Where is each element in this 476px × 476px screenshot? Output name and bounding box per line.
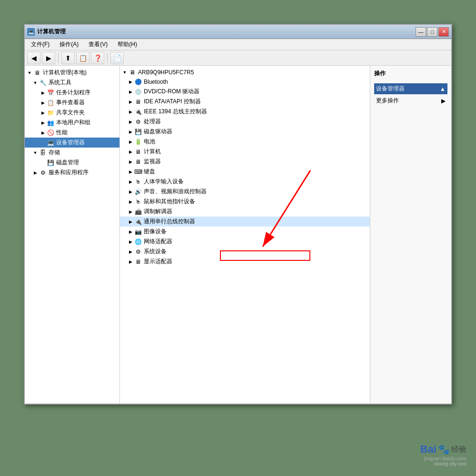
center-keyboard[interactable]: ▶ ⌨ 键盘 [120, 167, 370, 177]
menu-file[interactable]: 文件(F) [27, 40, 53, 50]
disk-label: 磁盘管理 [56, 159, 79, 167]
left-local-users[interactable]: ▶ 👥 本地用户和组 [25, 118, 119, 128]
expand-shared-icon: ▶ [40, 110, 46, 116]
center-audio[interactable]: ▶ 🔊 声音、视频和游戏控制器 [120, 187, 370, 197]
maximize-button[interactable]: □ [427, 27, 437, 37]
hid-label: 人体学输入设备 [144, 178, 184, 186]
center-ieee[interactable]: ▶ 🔌 IEEE 1394 总线主控制器 [120, 107, 370, 117]
modem-icon: 📠 [134, 208, 142, 216]
watermark-city: xinong city.com [434, 461, 466, 466]
close-button[interactable]: ✕ [438, 27, 449, 37]
center-ide[interactable]: ▶ 🖥 IDE ATA/ATAPI 控制器 [120, 97, 370, 107]
cpu-icon: ⚙ [134, 118, 142, 126]
left-shared-folders[interactable]: ▶ 📁 共享文件夹 [25, 108, 119, 118]
expand-display-icon: ▶ [128, 259, 133, 265]
expand-keyboard-icon: ▶ [128, 169, 133, 175]
expand-disk-icon [40, 160, 46, 166]
display-icon: 🖥 [134, 258, 142, 266]
baidu-text: Bai [420, 443, 436, 456]
monitor-label: 监视器 [144, 158, 161, 166]
center-cpu[interactable]: ▶ ⚙ 处理器 [120, 117, 370, 127]
left-services[interactable]: ▶ ⚙ 服务和应用程序 [25, 168, 119, 178]
left-performance[interactable]: ▶ 🚫 性能 [25, 128, 119, 138]
audio-icon: 🔊 [134, 188, 142, 196]
toolbar-separator-2 [107, 53, 108, 63]
center-hid[interactable]: ▶ 🖱 人体学输入设备 [120, 177, 370, 187]
right-action-devmgr[interactable]: 设备管理器 ▲ [374, 83, 447, 94]
center-display[interactable]: ▶ 🖥 显示适配器 [120, 257, 370, 267]
expand-network-icon: ▶ [128, 239, 133, 245]
services-icon: ⚙ [39, 169, 47, 177]
event-icon: 📋 [47, 99, 54, 107]
right-action-more[interactable]: 更多操作 ▶ [374, 95, 447, 106]
services-label: 服务和应用程序 [49, 169, 89, 177]
center-battery[interactable]: ▶ 🔋 电池 [120, 137, 370, 147]
center-system-device[interactable]: ▶ ⚙ 系统设备 [120, 247, 370, 257]
usb-icon: 🔌 [134, 218, 142, 226]
menu-help[interactable]: 帮助(H) [114, 40, 141, 50]
clipboard-button[interactable]: 📋 [76, 52, 89, 64]
center-bluetooth[interactable]: ▶ 🔵 Bluetooth [120, 77, 370, 87]
forward-button[interactable]: ▶ [42, 52, 55, 64]
expand-task-icon: ▶ [40, 90, 46, 96]
expand-root-icon: ▼ [27, 70, 32, 76]
devmgr-label: 设备管理器 [56, 139, 85, 147]
center-disk-drive[interactable]: ▶ 💾 磁盘驱动器 [120, 127, 370, 137]
main-layout: ▼ 🖥 计算机管理(本地) ▼ 🔧 系统工具 ▶ 📅 任务计划程序 ▶ 📋 事件… [25, 66, 451, 404]
center-network[interactable]: ▶ 🌐 网络适配器 [120, 237, 370, 247]
left-task-scheduler[interactable]: ▶ 📅 任务计划程序 [25, 88, 119, 98]
center-image[interactable]: ▶ 📷 图像设备 [120, 227, 370, 237]
left-storage[interactable]: ▼ 🗄 存储 [25, 148, 119, 158]
center-root[interactable]: ▼ 🖥 ARB9Q9HPU5FC7R5 [120, 68, 370, 77]
expand-image-icon: ▶ [128, 229, 133, 235]
back-button[interactable]: ◀ [27, 52, 40, 64]
left-system-tools[interactable]: ▼ 🔧 系统工具 [25, 78, 119, 88]
monitor-icon: 🖥 [134, 158, 142, 166]
expand-monitor-icon: ▶ [128, 159, 133, 165]
disk-drive-icon: 💾 [134, 128, 142, 136]
menu-action[interactable]: 操作(A) [56, 40, 82, 50]
expand-ieee-icon: ▶ [128, 109, 133, 115]
perf-icon: 🚫 [47, 129, 54, 137]
task-label: 任务计划程序 [56, 89, 90, 97]
perf-label: 性能 [56, 129, 68, 137]
sysdev-icon: ⚙ [134, 248, 142, 256]
watermark-url: jingyan.baidu.com [424, 456, 466, 461]
ide-icon: 🖥 [134, 98, 142, 106]
minimize-button[interactable]: — [416, 27, 426, 37]
right-panel-title: 操作 [374, 69, 447, 79]
left-disk-mgmt[interactable]: 💾 磁盘管理 [25, 158, 119, 168]
storage-icon: 🗄 [39, 149, 47, 157]
title-bar: 💻 计算机管理 — □ ✕ [25, 25, 451, 39]
center-usb[interactable]: ▶ 🔌 通用串行总线控制器 [120, 217, 370, 227]
center-dvd[interactable]: ▶ 💿 DVD/CD-ROM 驱动器 [120, 87, 370, 97]
expand-computer-icon: ▶ [128, 149, 133, 155]
expand-system-tools-icon: ▼ [32, 80, 38, 86]
ide-label: IDE ATA/ATAPI 控制器 [144, 98, 201, 106]
menu-view[interactable]: 查看(V) [85, 40, 111, 50]
cpu-label: 处理器 [144, 118, 161, 126]
title-bar-left: 💻 计算机管理 [27, 28, 66, 36]
left-event-viewer[interactable]: ▶ 📋 事件查看器 [25, 98, 119, 108]
left-root[interactable]: ▼ 🖥 计算机管理(本地) [25, 68, 119, 78]
shared-icon: 📁 [47, 109, 54, 117]
modem-label: 调制解调器 [144, 208, 172, 216]
audio-label: 声音、视频和游戏控制器 [144, 188, 207, 196]
center-monitor[interactable]: ▶ 🖥 监视器 [120, 157, 370, 167]
mouse-icon: 🖱 [134, 198, 142, 206]
display-label: 显示适配器 [144, 258, 172, 266]
right-devmgr-label: 设备管理器 [376, 85, 405, 93]
center-computer[interactable]: ▶ 🖥 计算机 [120, 147, 370, 157]
ieee-label: IEEE 1394 总线主控制器 [144, 108, 207, 116]
center-modem[interactable]: ▶ 📠 调制解调器 [120, 207, 370, 217]
expand-dvd-icon: ▶ [128, 89, 133, 95]
menu-bar: 文件(F) 操作(A) 查看(V) 帮助(H) [25, 39, 451, 50]
help-button[interactable]: ❓ [91, 52, 104, 64]
doc-button[interactable]: 📄 [110, 52, 124, 64]
up-button[interactable]: ⬆ [61, 52, 75, 64]
ieee-icon: 🔌 [134, 108, 142, 116]
center-mouse[interactable]: ▶ 🖱 鼠标和其他指针设备 [120, 197, 370, 207]
left-device-manager[interactable]: 💻 设备管理器 [25, 138, 119, 148]
bluetooth-label: Bluetooth [144, 79, 168, 85]
computer-icon: 🖥 [33, 69, 41, 77]
